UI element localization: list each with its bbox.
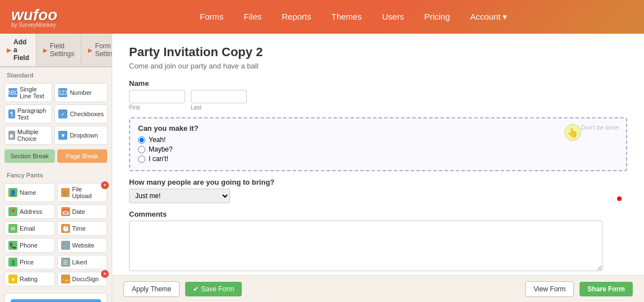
fancy-website-label: Website [72,242,95,249]
form-title: Party Invitation Copy 2 [129,45,627,60]
option-maybe-radio[interactable] [138,146,145,153]
option-yeah-radio[interactable] [138,136,145,144]
fancy-rating-icon: ★ [8,274,17,283]
comments-textarea[interactable] [129,221,602,271]
option-yeah: Yeah! [138,136,618,144]
view-form-button[interactable]: View Form [525,281,574,297]
nav-themes[interactable]: Themes [321,7,372,26]
tab-add-field-label: Add a Field [13,38,29,62]
fancy-email-icon: ✉ [8,224,17,233]
field-checkboxes[interactable]: ✓ Checkboxes [54,104,108,123]
last-name-group: Last [191,90,247,111]
fancy-address-icon: 📍 [8,207,17,216]
nav-account[interactable]: Account ▾ [460,7,517,26]
tooltip-bubble[interactable]: 👆 [564,124,581,141]
option-yeah-label: Yeah! [149,136,165,144]
sidebar: ▶ Add a Field ▶ Field Settings ▶ Form Se… [0,34,112,302]
file-upload-badge: + [101,181,109,189]
fancy-phone-label: Phone [20,242,38,249]
nav-reports[interactable]: Reports [272,7,321,26]
option-maybe-label: Maybe? [149,145,173,153]
tab-field-settings-arrow: ▶ [43,47,48,53]
save-form-button[interactable]: ✔ Save Form [185,282,242,296]
payment-integration-button[interactable]: Payment Integration [11,299,101,302]
comments-section: Comments [129,210,627,273]
tab-field-settings[interactable]: ▶ Field Settings [36,34,81,66]
field-dropdown[interactable]: ▼ Dropdown [54,126,108,145]
fancy-date-icon: 📅 [61,207,70,216]
multiple-choice-icon: ◉ [8,131,15,140]
fancy-likert-label: Likert [72,259,88,266]
fancy-phone[interactable]: 📞 Phone [4,238,55,253]
fancy-address-label: Address [20,208,42,215]
docusign-badge: + [101,270,109,278]
tab-add-field-arrow: ▶ [7,47,11,53]
apply-theme-button[interactable]: Apply Theme [123,281,180,297]
comments-label: Comments [129,210,627,218]
fancy-date[interactable]: 📅 Date [57,204,108,219]
nav-forms[interactable]: Forms [190,7,234,26]
tab-form-settings-arrow: ▶ [88,47,93,53]
field-single-line-text[interactable]: ABC Single Line Text [4,83,52,102]
fancy-website[interactable]: 🔗 Website [57,238,108,253]
fancy-name-icon: 👤 [8,188,17,197]
field-multiple-choice[interactable]: ◉ Multiple Choice [4,126,52,145]
option-cant-label: I can't! [149,155,168,163]
can-make-it-question: Can you make it? [138,124,618,132]
field-number[interactable]: 123 Number [54,83,108,102]
fancy-email[interactable]: ✉ Email [4,221,55,236]
fancy-likert[interactable]: ☰ Likert [57,255,108,269]
tab-form-settings-label: Form Settings [95,42,112,58]
fancy-rating[interactable]: ★ Rating [4,272,55,286]
field-paragraph-text[interactable]: ¶ Paragraph Text [4,104,52,123]
fancy-email-label: Email [20,225,35,232]
save-form-label: Save Form [201,285,234,293]
fancy-name[interactable]: 👤 Name [4,183,55,202]
option-cant-radio[interactable] [138,155,145,163]
tab-form-settings[interactable]: ▶ Form Settings [81,34,112,66]
fancy-docusign-icon: ✍ [61,274,70,283]
break-buttons: Section Break Page Break [0,147,112,167]
fancy-time-label: Time [72,225,86,232]
nav-files[interactable]: Files [234,7,272,26]
page-break-button[interactable]: Page Break [57,149,108,163]
checkboxes-label: Checkboxes [70,111,104,117]
main-nav: Forms Files Reports Themes Users Pricing… [74,7,633,26]
tab-add-field[interactable]: ▶ Add a Field [0,34,36,66]
fancy-docusign[interactable]: ✍ DocuSign + [57,272,108,286]
fancy-docusign-label: DocuSign [72,276,99,282]
fancy-file-upload-label: File Upload [72,186,103,199]
tooltip-hand-icon: 👆 [567,127,578,138]
last-label: Last [191,104,247,111]
fancy-address[interactable]: 📍 Address [4,204,55,219]
fancy-price[interactable]: 💲 Price [4,255,55,269]
can-make-it-question-box: Can you make it? Yeah! Maybe? I can't! 👆… [129,117,627,171]
logo-text: wufoo [11,6,57,24]
dont-be-lame-text: Don't be lame. [581,124,620,131]
dropdown-icon: ▼ [58,131,67,140]
fancy-pants-label: Fancy Pants [0,167,112,181]
number-label: Number [70,89,91,96]
fancy-date-label: Date [72,208,85,215]
number-icon: 123 [58,88,67,97]
red-dot-indicator [617,196,622,201]
logo-sub: by SurveyMonkey [11,22,57,28]
fancy-file-upload[interactable]: 📎 File Upload + [57,183,108,202]
section-break-button[interactable]: Section Break [4,149,55,163]
how-many-dropdown[interactable]: Just me! 1 2 3 4+ [129,189,230,203]
dropdown-label: Dropdown [70,132,98,139]
paragraph-icon: ¶ [8,109,15,118]
how-many-section: How many people are you going to bring? … [129,178,627,203]
last-name-input[interactable] [191,90,247,103]
name-field-label: Name [129,79,627,88]
main-layout: ▶ Add a Field ▶ Field Settings ▶ Form Se… [0,34,644,302]
first-name-input[interactable] [129,90,185,103]
fancy-time[interactable]: 🕐 Time [57,221,108,236]
tab-field-settings-label: Field Settings [50,42,74,58]
nav-users[interactable]: Users [372,7,414,26]
share-form-button[interactable]: Share Form [579,282,633,296]
form-subtitle: Come and join our party and have a ball [129,62,627,70]
save-checkmark-icon: ✔ [193,285,199,293]
fancy-rating-label: Rating [20,276,38,282]
nav-pricing[interactable]: Pricing [414,7,460,26]
